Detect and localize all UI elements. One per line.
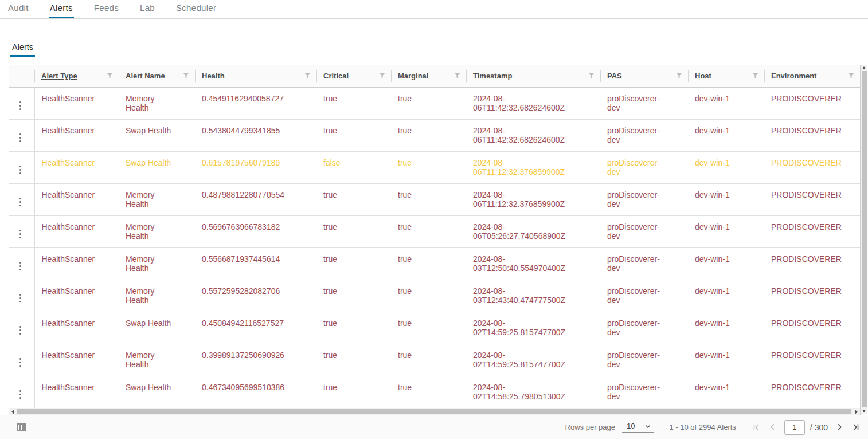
subtab-alerts[interactable]: Alerts: [10, 42, 35, 57]
alerts-table-body: HealthScanner Memory Health 0.4549116294…: [9, 87, 860, 408]
cell-pas: proDiscoverer-dev: [600, 344, 688, 376]
last-page-button[interactable]: [851, 423, 860, 431]
page-number-input[interactable]: [784, 420, 805, 435]
table-row: HealthScanner Memory Health 0.4879881228…: [9, 183, 860, 215]
scroll-left-arrow-icon[interactable]: [11, 410, 14, 414]
table-row: HealthScanner Memory Health 0.5696763966…: [9, 215, 860, 247]
column-header-alert-name[interactable]: Alert Name: [119, 65, 195, 87]
cell-health: 0.39989137250690926: [195, 344, 316, 376]
first-page-button[interactable]: [752, 423, 761, 431]
column-header-actions: [9, 65, 34, 87]
rows-per-page-select[interactable]: 10: [622, 422, 653, 433]
cell-alert-type: HealthScanner: [34, 344, 119, 376]
page-total-text: / 300: [810, 423, 828, 432]
cell-pas: proDiscoverer-dev: [600, 119, 688, 151]
cell-environment: PRODISCOVERER: [764, 312, 860, 344]
cell-alert-type: HealthScanner: [34, 215, 119, 247]
tab-audit[interactable]: Audit: [7, 3, 30, 18]
tab-alerts[interactable]: Alerts: [49, 3, 74, 18]
cell-environment: PRODISCOVERER: [764, 376, 860, 408]
row-actions-ellipsis-icon[interactable]: [19, 326, 21, 335]
cell-pas: proDiscoverer-dev: [600, 376, 688, 408]
cell-marginal: true: [391, 87, 466, 119]
filter-icon[interactable]: [454, 73, 460, 79]
column-header-health[interactable]: Health: [195, 65, 316, 87]
cell-health: 0.5438044799341855: [195, 119, 316, 151]
cell-host: dev-win-1: [688, 119, 764, 151]
cell-alert-name: Swap Health: [119, 119, 195, 151]
cell-marginal: true: [391, 183, 466, 215]
cell-timestamp: 2024-08-06T05:26:27.740568900Z: [466, 215, 600, 247]
next-page-button[interactable]: [835, 423, 844, 431]
filter-icon[interactable]: [107, 73, 113, 79]
column-header-critical[interactable]: Critical: [316, 65, 391, 87]
filter-icon[interactable]: [752, 73, 758, 79]
row-actions-ellipsis-icon[interactable]: [19, 358, 21, 367]
tab-feeds[interactable]: Feeds: [93, 3, 120, 18]
column-header-host[interactable]: Host: [688, 65, 764, 87]
cell-marginal: true: [391, 119, 466, 151]
row-actions-ellipsis-icon[interactable]: [19, 294, 21, 302]
cell-environment: PRODISCOVERER: [764, 183, 860, 215]
filter-icon[interactable]: [379, 73, 385, 79]
horizontal-scrollbar-thumb[interactable]: [17, 409, 851, 414]
cell-host: dev-win-1: [688, 247, 764, 280]
cell-host: dev-win-1: [688, 215, 764, 247]
row-actions-ellipsis-icon[interactable]: [19, 230, 21, 238]
rows-per-page: Rows per page 10: [565, 422, 654, 433]
cell-timestamp: 2024-08-02T14:58:25.798051300Z: [466, 376, 600, 408]
table-row: HealthScanner Swap Health 0.467340956995…: [9, 376, 860, 408]
cell-marginal: true: [391, 151, 466, 183]
cell-alert-name: Memory Health: [119, 183, 195, 215]
row-actions-cell: [9, 280, 34, 312]
column-picker-icon[interactable]: [17, 423, 26, 431]
cell-health: 0.45491162940058727: [195, 87, 316, 119]
cell-environment: PRODISCOVERER: [764, 280, 860, 312]
tab-lab[interactable]: Lab: [139, 3, 156, 18]
previous-page-button[interactable]: [768, 423, 777, 431]
row-actions-ellipsis-icon[interactable]: [19, 133, 21, 142]
filter-icon[interactable]: [588, 73, 595, 79]
horizontal-scrollbar[interactable]: [9, 408, 860, 415]
vertical-scrollbar-thumb[interactable]: [862, 71, 867, 407]
pagination-range-text: 1 - 10 of 2994 Alerts: [670, 423, 736, 431]
cell-marginal: true: [391, 344, 466, 376]
column-header-environment[interactable]: Environment: [764, 65, 860, 87]
cell-alert-type: HealthScanner: [34, 247, 119, 280]
cell-environment: PRODISCOVERER: [764, 151, 860, 183]
cell-health: 0.5572595282082706: [195, 280, 316, 312]
section-tabs: Alerts: [9, 42, 861, 57]
cell-environment: PRODISCOVERER: [764, 215, 860, 247]
cell-alert-type: HealthScanner: [34, 151, 119, 183]
row-actions-ellipsis-icon[interactable]: [19, 262, 21, 270]
table-row: HealthScanner Memory Health 0.3998913725…: [9, 344, 860, 376]
row-actions-ellipsis-icon[interactable]: [19, 390, 21, 399]
column-header-marginal[interactable]: Marginal: [391, 65, 466, 87]
cell-pas: proDiscoverer-dev: [600, 312, 688, 344]
column-header-timestamp[interactable]: Timestamp: [466, 65, 600, 87]
row-actions-ellipsis-icon[interactable]: [19, 166, 21, 174]
datagrid-footer: Rows per page 10 1 - 10 of 2994 Alerts /…: [0, 415, 868, 439]
cell-alert-name: Memory Health: [119, 247, 195, 280]
cell-alert-name: Memory Health: [119, 87, 195, 119]
row-actions-ellipsis-icon[interactable]: [19, 101, 21, 110]
column-header-alert-type[interactable]: Alert Type: [34, 65, 119, 87]
row-actions-cell: [9, 312, 34, 344]
scroll-right-arrow-icon[interactable]: [855, 410, 858, 414]
cell-alert-type: HealthScanner: [34, 312, 119, 344]
cell-alert-type: HealthScanner: [34, 376, 119, 408]
filter-icon[interactable]: [676, 73, 682, 79]
vertical-scrollbar[interactable]: [861, 65, 867, 414]
table-row: HealthScanner Memory Health 0.4549116294…: [9, 87, 860, 119]
column-header-pas[interactable]: PAS: [600, 65, 688, 87]
row-actions-ellipsis-icon[interactable]: [19, 198, 21, 206]
cell-pas: proDiscoverer-dev: [600, 215, 688, 247]
filter-icon[interactable]: [304, 73, 311, 79]
scroll-up-arrow-icon[interactable]: [862, 66, 866, 69]
filter-icon[interactable]: [848, 73, 854, 79]
alerts-datagrid: Alert Type Alert Name Health Critical: [9, 65, 868, 415]
tab-scheduler[interactable]: Scheduler: [175, 3, 217, 18]
cell-alert-name: Swap Health: [119, 312, 195, 344]
filter-icon[interactable]: [183, 73, 189, 79]
scroll-down-arrow-icon[interactable]: [862, 410, 866, 412]
